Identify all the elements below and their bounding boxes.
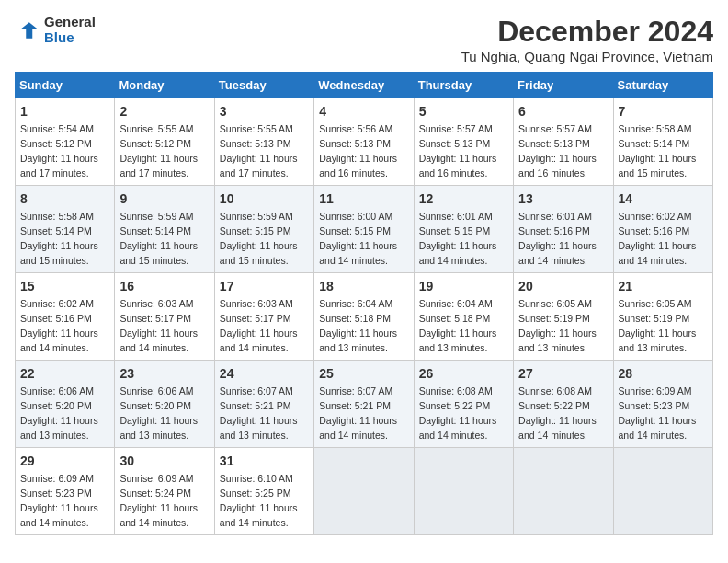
day-info: Sunrise: 6:02 AM Sunset: 5:16 PM Dayligh… [20, 298, 98, 353]
day-info: Sunrise: 6:00 AM Sunset: 5:15 PM Dayligh… [319, 211, 397, 266]
day-cell: 19Sunrise: 6:04 AM Sunset: 5:18 PM Dayli… [414, 273, 513, 361]
day-number: 23 [119, 364, 209, 383]
day-cell: 9Sunrise: 5:59 AM Sunset: 5:14 PM Daylig… [115, 186, 214, 273]
day-cell: 24Sunrise: 6:07 AM Sunset: 5:21 PM Dayli… [214, 361, 313, 448]
title-area: December 2024 Tu Nghia, Quang Ngai Provi… [461, 15, 713, 64]
logo-text: General Blue [44, 15, 96, 45]
day-info: Sunrise: 5:57 AM Sunset: 5:13 PM Dayligh… [518, 123, 597, 178]
location-title: Tu Nghia, Quang Ngai Province, Vietnam [461, 49, 713, 64]
header: General Blue December 2024 Tu Nghia, Qua… [15, 15, 713, 64]
day-cell [414, 448, 513, 535]
week-row-4: 22Sunrise: 6:06 AM Sunset: 5:20 PM Dayli… [16, 361, 713, 448]
col-header-sunday: Sunday [16, 73, 115, 98]
day-info: Sunrise: 5:58 AM Sunset: 5:14 PM Dayligh… [619, 123, 697, 178]
day-info: Sunrise: 6:04 AM Sunset: 5:18 PM Dayligh… [419, 298, 497, 353]
day-number: 14 [619, 190, 708, 208]
day-number: 12 [419, 190, 508, 208]
day-number: 7 [619, 102, 708, 121]
day-cell: 14Sunrise: 6:02 AM Sunset: 5:16 PM Dayli… [613, 186, 712, 273]
calendar-body: 1Sunrise: 5:54 AM Sunset: 5:12 PM Daylig… [16, 98, 713, 535]
day-number: 16 [119, 277, 209, 295]
day-number: 20 [518, 277, 608, 295]
week-row-5: 29Sunrise: 6:09 AM Sunset: 5:23 PM Dayli… [16, 448, 713, 535]
day-info: Sunrise: 6:01 AM Sunset: 5:16 PM Dayligh… [518, 211, 597, 266]
day-cell: 29Sunrise: 6:09 AM Sunset: 5:23 PM Dayli… [16, 448, 115, 535]
day-cell: 22Sunrise: 6:06 AM Sunset: 5:20 PM Dayli… [16, 361, 115, 448]
day-cell: 31Sunrise: 6:10 AM Sunset: 5:25 PM Dayli… [214, 448, 313, 535]
week-row-3: 15Sunrise: 6:02 AM Sunset: 5:16 PM Dayli… [16, 273, 713, 361]
day-number: 31 [220, 452, 309, 470]
day-number: 11 [319, 190, 408, 208]
day-number: 26 [419, 364, 508, 383]
day-cell: 12Sunrise: 6:01 AM Sunset: 5:15 PM Dayli… [414, 186, 513, 273]
day-number: 6 [518, 102, 608, 121]
day-cell: 4Sunrise: 5:56 AM Sunset: 5:13 PM Daylig… [314, 98, 414, 186]
day-cell: 23Sunrise: 6:06 AM Sunset: 5:20 PM Dayli… [115, 361, 214, 448]
day-number: 4 [319, 102, 408, 121]
day-info: Sunrise: 6:02 AM Sunset: 5:16 PM Dayligh… [619, 211, 697, 266]
day-cell [314, 448, 414, 535]
day-number: 10 [220, 190, 309, 208]
day-cell: 28Sunrise: 6:09 AM Sunset: 5:23 PM Dayli… [613, 361, 712, 448]
day-number: 29 [20, 452, 109, 470]
day-cell: 18Sunrise: 6:04 AM Sunset: 5:18 PM Dayli… [314, 273, 414, 361]
day-info: Sunrise: 5:54 AM Sunset: 5:12 PM Dayligh… [20, 123, 98, 178]
day-info: Sunrise: 5:55 AM Sunset: 5:13 PM Dayligh… [220, 123, 298, 178]
calendar: SundayMondayTuesdayWednesdayThursdayFrid… [15, 72, 713, 535]
day-number: 24 [220, 364, 309, 383]
day-number: 27 [518, 364, 608, 383]
day-cell: 26Sunrise: 6:08 AM Sunset: 5:22 PM Dayli… [414, 361, 513, 448]
day-info: Sunrise: 6:06 AM Sunset: 5:20 PM Dayligh… [119, 385, 198, 441]
calendar-header: SundayMondayTuesdayWednesdayThursdayFrid… [16, 73, 713, 98]
day-cell [514, 448, 613, 535]
day-cell: 27Sunrise: 6:08 AM Sunset: 5:22 PM Dayli… [514, 361, 613, 448]
day-info: Sunrise: 6:10 AM Sunset: 5:25 PM Dayligh… [220, 473, 298, 528]
day-cell: 15Sunrise: 6:02 AM Sunset: 5:16 PM Dayli… [16, 273, 115, 361]
day-info: Sunrise: 6:04 AM Sunset: 5:18 PM Dayligh… [319, 298, 397, 353]
day-cell: 6Sunrise: 5:57 AM Sunset: 5:13 PM Daylig… [514, 98, 613, 186]
day-cell: 25Sunrise: 6:07 AM Sunset: 5:21 PM Dayli… [314, 361, 414, 448]
day-cell: 8Sunrise: 5:58 AM Sunset: 5:14 PM Daylig… [16, 186, 115, 273]
day-number: 13 [518, 190, 608, 208]
day-info: Sunrise: 6:08 AM Sunset: 5:22 PM Dayligh… [518, 385, 597, 441]
col-header-monday: Monday [115, 73, 214, 98]
day-cell: 21Sunrise: 6:05 AM Sunset: 5:19 PM Dayli… [613, 273, 712, 361]
week-row-2: 8Sunrise: 5:58 AM Sunset: 5:14 PM Daylig… [16, 186, 713, 273]
day-number: 1 [20, 102, 109, 121]
day-number: 28 [619, 364, 708, 383]
day-number: 17 [220, 277, 309, 295]
day-cell: 13Sunrise: 6:01 AM Sunset: 5:16 PM Dayli… [514, 186, 613, 273]
col-header-friday: Friday [514, 73, 613, 98]
day-number: 9 [119, 190, 209, 208]
day-info: Sunrise: 5:59 AM Sunset: 5:14 PM Dayligh… [119, 211, 198, 266]
day-number: 25 [319, 364, 408, 383]
day-cell: 7Sunrise: 5:58 AM Sunset: 5:14 PM Daylig… [613, 98, 712, 186]
col-header-tuesday: Tuesday [214, 73, 313, 98]
day-cell: 10Sunrise: 5:59 AM Sunset: 5:15 PM Dayli… [214, 186, 313, 273]
day-info: Sunrise: 6:03 AM Sunset: 5:17 PM Dayligh… [220, 298, 298, 353]
day-cell: 16Sunrise: 6:03 AM Sunset: 5:17 PM Dayli… [115, 273, 214, 361]
day-info: Sunrise: 6:06 AM Sunset: 5:20 PM Dayligh… [20, 385, 98, 441]
day-cell: 11Sunrise: 6:00 AM Sunset: 5:15 PM Dayli… [314, 186, 414, 273]
logo: General Blue [15, 15, 96, 45]
day-number: 30 [119, 452, 209, 470]
month-title: December 2024 [461, 15, 713, 49]
logo-general-text: General [44, 15, 96, 30]
day-number: 3 [220, 102, 309, 121]
day-cell: 20Sunrise: 6:05 AM Sunset: 5:19 PM Dayli… [514, 273, 613, 361]
day-cell: 30Sunrise: 6:09 AM Sunset: 5:24 PM Dayli… [115, 448, 214, 535]
day-number: 5 [419, 102, 508, 121]
col-header-wednesday: Wednesday [314, 73, 414, 98]
day-number: 18 [319, 277, 408, 295]
day-number: 8 [20, 190, 109, 208]
day-info: Sunrise: 5:57 AM Sunset: 5:13 PM Dayligh… [419, 123, 497, 178]
day-info: Sunrise: 6:09 AM Sunset: 5:23 PM Dayligh… [619, 385, 697, 441]
day-cell: 3Sunrise: 5:55 AM Sunset: 5:13 PM Daylig… [214, 98, 313, 186]
day-info: Sunrise: 5:56 AM Sunset: 5:13 PM Dayligh… [319, 123, 397, 178]
day-info: Sunrise: 5:59 AM Sunset: 5:15 PM Dayligh… [220, 211, 298, 266]
day-info: Sunrise: 5:58 AM Sunset: 5:14 PM Dayligh… [20, 211, 98, 266]
logo-icon [15, 17, 40, 43]
day-number: 2 [119, 102, 209, 121]
col-header-thursday: Thursday [414, 73, 513, 98]
header-row: SundayMondayTuesdayWednesdayThursdayFrid… [16, 73, 713, 98]
